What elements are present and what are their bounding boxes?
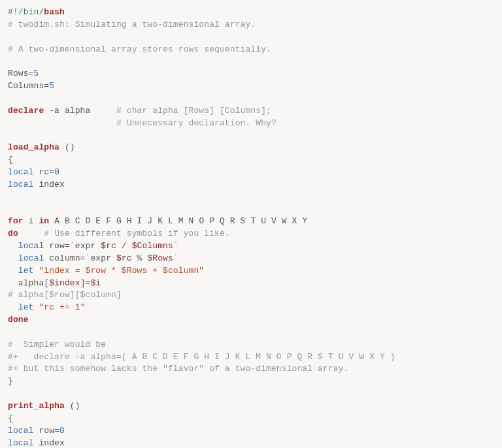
code-line: local column=`expr $rc % $Rows` [8,253,494,265]
code-line: done [8,314,494,327]
code-line: # Simpler would be [8,339,494,351]
code-line: # A two-dimensional array stores rows se… [8,44,494,56]
code-line: #+ but this somehow lacks the "flavor" o… [8,363,494,376]
code-line: { [8,154,494,167]
code-line: local row=`expr $rc / $Columns` [8,240,494,253]
code-line: print_alpha () [8,400,494,413]
code-line: load_alpha () [8,142,494,154]
code-line: #+ declare -a alpha=( A B C D E F G H I … [8,351,494,364]
code-line: Columns=5 [8,80,494,93]
code-line: Rows=5 [8,68,494,80]
code-line: let "index = $row * $Rows + $column" [8,265,494,278]
code-line: do # Use different symbols if you like. [8,228,494,240]
code-line: # twodim.sh: Simulating a two-dimensiona… [8,19,494,31]
code-line: local rc=0 [8,167,494,179]
code-line: local index [8,179,494,191]
code-line: local row=0 [8,425,494,438]
code-line: local index [8,438,494,448]
code-line: let "rc += 1" [8,302,494,314]
code-line: # alpha[$row][$column] [8,289,494,302]
code-line: for i in A B C D E F G H I J K L M N O P… [8,216,494,228]
code-line: #!/bin/bash [8,7,494,19]
code-line: # Unnecessary declaration. Why? [8,118,494,130]
code-line: declare -a alpha # char alpha [Rows] [Co… [8,105,494,118]
code-line: alpha[$index]=$i [8,278,494,290]
code-block: #!/bin/bash # twodim.sh: Simulating a tw… [8,7,494,448]
code-line: } [8,376,494,388]
code-line: { [8,413,494,425]
